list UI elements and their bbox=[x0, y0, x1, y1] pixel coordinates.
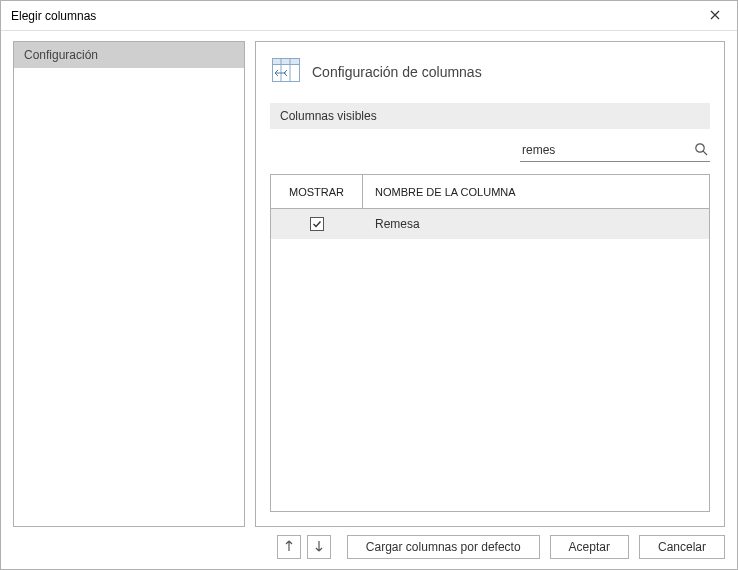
column-header-nombre[interactable]: NOMBRE DE LA COLUMNA bbox=[363, 175, 709, 208]
dialog-body: Configuración Configuración de bbox=[1, 31, 737, 527]
window-title: Elegir columnas bbox=[11, 9, 96, 23]
arrow-down-icon bbox=[315, 540, 323, 555]
move-up-button[interactable] bbox=[277, 535, 301, 559]
section-visible-columns: Columnas visibles bbox=[270, 103, 710, 129]
column-header-mostrar[interactable]: MOSTRAR bbox=[271, 175, 363, 208]
svg-line-6 bbox=[703, 151, 707, 155]
close-icon bbox=[710, 9, 720, 23]
dialog-footer: Cargar columnas por defecto Aceptar Canc… bbox=[1, 527, 737, 569]
main-panel: Configuración de columnas Columnas visib… bbox=[255, 41, 725, 527]
sidebar-item-label: Configuración bbox=[24, 48, 98, 62]
search-icon[interactable] bbox=[688, 142, 708, 159]
main-header: Configuración de columnas bbox=[270, 54, 710, 91]
table-row[interactable]: Remesa bbox=[271, 209, 709, 239]
accept-button[interactable]: Aceptar bbox=[550, 535, 629, 559]
close-button[interactable] bbox=[693, 1, 737, 31]
reorder-buttons bbox=[277, 535, 331, 559]
columns-icon bbox=[272, 58, 300, 85]
cell-nombre: Remesa bbox=[363, 209, 709, 239]
search-input[interactable] bbox=[522, 141, 688, 159]
cell-mostrar bbox=[271, 209, 363, 239]
svg-rect-1 bbox=[273, 59, 300, 65]
table-head: MOSTRAR NOMBRE DE LA COLUMNA bbox=[271, 175, 709, 209]
section-label: Columnas visibles bbox=[280, 109, 377, 123]
search-field-wrap bbox=[520, 141, 710, 162]
arrow-up-icon bbox=[285, 540, 293, 555]
svg-point-5 bbox=[696, 143, 704, 151]
cancel-button[interactable]: Cancelar bbox=[639, 535, 725, 559]
table-body: Remesa bbox=[271, 209, 709, 511]
sidebar-item-configuracion[interactable]: Configuración bbox=[14, 42, 244, 68]
columns-table: MOSTRAR NOMBRE DE LA COLUMNA bbox=[270, 174, 710, 512]
page-title: Configuración de columnas bbox=[312, 64, 482, 80]
sidebar: Configuración bbox=[13, 41, 245, 527]
move-down-button[interactable] bbox=[307, 535, 331, 559]
titlebar: Elegir columnas bbox=[1, 1, 737, 31]
search-row bbox=[270, 141, 710, 162]
show-column-checkbox[interactable] bbox=[310, 217, 324, 231]
load-defaults-button[interactable]: Cargar columnas por defecto bbox=[347, 535, 540, 559]
choose-columns-dialog: Elegir columnas Configuración bbox=[0, 0, 738, 570]
